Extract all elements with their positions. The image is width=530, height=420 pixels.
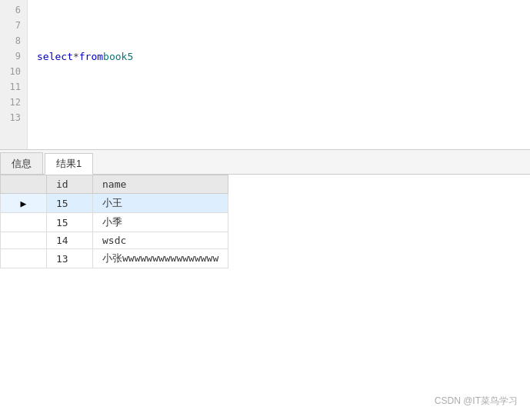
table-row[interactable]: 14wsdc bbox=[1, 232, 228, 249]
code-token: * bbox=[73, 49, 79, 65]
bottom-section: idname ▶15小王15小季14wsdc13小张wwwwwwwwwwwwww… bbox=[0, 175, 530, 420]
line-number: 9 bbox=[6, 49, 21, 65]
line-number: 12 bbox=[6, 95, 21, 111]
line-number: 10 bbox=[6, 65, 21, 80]
table-row[interactable]: 15小季 bbox=[1, 213, 228, 232]
row-indicator bbox=[1, 232, 47, 249]
table-cell: 小张wwwwwwwwwwwwwwww bbox=[93, 249, 228, 268]
line-numbers: 678910111213 bbox=[0, 0, 28, 149]
code-line bbox=[37, 111, 521, 126]
line-number: 13 bbox=[6, 111, 21, 126]
results-area[interactable]: idname ▶15小王15小季14wsdc13小张wwwwwwwwwwwwww… bbox=[0, 175, 530, 328]
line-number: 11 bbox=[6, 80, 21, 95]
table-cell: 13 bbox=[47, 249, 93, 268]
row-indicator bbox=[1, 213, 47, 232]
tabs-bar: 信息结果1 bbox=[0, 150, 530, 175]
code-content[interactable]: select * from book5 bbox=[28, 0, 530, 149]
table-header-row: idname bbox=[1, 175, 228, 194]
line-number: 7 bbox=[6, 18, 21, 34]
tab-result1[interactable]: 结果1 bbox=[45, 153, 93, 175]
code-line bbox=[37, 95, 521, 111]
table-cell: 小王 bbox=[93, 194, 228, 213]
line-number: 6 bbox=[6, 3, 21, 18]
column-header-name: name bbox=[93, 175, 228, 194]
table-body: ▶15小王15小季14wsdc13小张wwwwwwwwwwwwwwww bbox=[1, 194, 228, 268]
code-token: from bbox=[79, 49, 103, 65]
table-row[interactable]: 13小张wwwwwwwwwwwwwwww bbox=[1, 249, 228, 268]
code-token: select bbox=[37, 49, 73, 65]
table-cell: 15 bbox=[47, 194, 93, 213]
code-lines: 678910111213 select * from book5 bbox=[0, 0, 530, 149]
editor-area: 678910111213 select * from book5 bbox=[0, 0, 530, 150]
results-table: idname ▶15小王15小季14wsdc13小张wwwwwwwwwwwwww… bbox=[0, 175, 228, 268]
code-line bbox=[37, 3, 521, 18]
code-line bbox=[37, 18, 521, 34]
column-header-id: id bbox=[47, 175, 93, 194]
tab-info[interactable]: 信息 bbox=[0, 152, 43, 174]
table-header: idname bbox=[1, 175, 228, 194]
code-line: select * from book5 bbox=[37, 49, 521, 65]
code-line bbox=[37, 34, 521, 49]
code-line bbox=[37, 65, 521, 80]
table-cell: 小季 bbox=[93, 213, 228, 232]
watermark: CSDN @IT菜鸟学习 bbox=[435, 395, 518, 408]
table-row[interactable]: ▶15小王 bbox=[1, 194, 228, 213]
line-number: 8 bbox=[6, 34, 21, 49]
row-indicator bbox=[1, 249, 47, 268]
main-wrapper: 678910111213 select * from book5 信息结果1 i… bbox=[0, 0, 530, 420]
table-cell: 14 bbox=[47, 232, 93, 249]
code-line bbox=[37, 80, 521, 95]
row-indicator: ▶ bbox=[1, 194, 47, 213]
row-indicator-header bbox=[1, 175, 47, 194]
code-token: book5 bbox=[103, 49, 133, 65]
table-cell: 15 bbox=[47, 213, 93, 232]
table-cell: wsdc bbox=[93, 232, 228, 249]
